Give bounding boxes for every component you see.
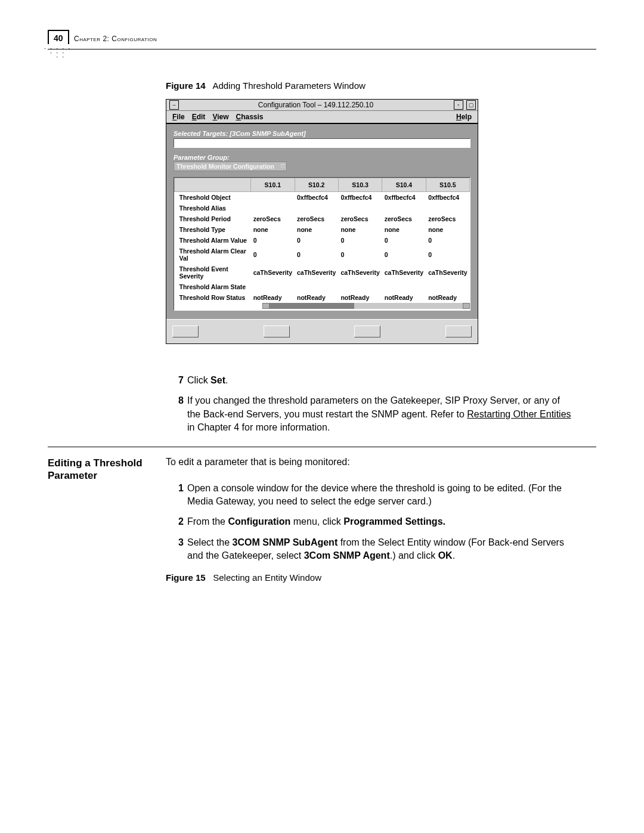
cell[interactable]: caThSeverity xyxy=(251,264,295,281)
step-8: 8 If you changed the threshold parameter… xyxy=(166,394,572,434)
cell[interactable] xyxy=(382,203,426,213)
step-2: 2 From the Configuration menu, click Pro… xyxy=(166,515,572,528)
window-menu-icon[interactable]: – xyxy=(169,100,179,110)
figure-14-text: Adding Threshold Parameters Window xyxy=(212,80,366,91)
figure-15-label: Figure 15 xyxy=(166,572,206,583)
col-header: S10.3 xyxy=(338,178,382,192)
cell[interactable] xyxy=(251,192,295,203)
row-label: Threshold Alarm State xyxy=(175,281,251,292)
cell[interactable]: 0xffbecfc4 xyxy=(382,192,426,203)
cell[interactable]: 0xffbecfc4 xyxy=(426,192,469,203)
config-tool-window: – Configuration Tool – 149.112.250.10 ▫ … xyxy=(166,99,478,344)
step-number: 8 xyxy=(166,394,187,434)
cell[interactable] xyxy=(338,203,382,213)
cell[interactable] xyxy=(295,203,338,213)
step-number: 2 xyxy=(166,515,187,528)
table-header-row: S10.1 S10.2 S10.3 S10.4 S10.5 xyxy=(175,178,470,192)
step-number: 7 xyxy=(166,374,187,387)
horizontal-scrollbar[interactable] xyxy=(262,303,470,309)
menu-chassis[interactable]: Chassis xyxy=(236,113,264,121)
menu-file[interactable]: File xyxy=(172,113,185,121)
cell[interactable]: notReady xyxy=(295,292,338,303)
scroll-thumb[interactable] xyxy=(270,303,354,309)
cell[interactable]: 0 xyxy=(295,235,338,246)
editing-threshold-section: Editing a Threshold Parameter To edit a … xyxy=(48,447,596,583)
step-number: 3 xyxy=(166,536,187,563)
cell[interactable]: none xyxy=(382,224,426,235)
figure-15-text: Selecting an Entity Window xyxy=(213,572,321,583)
window-maximize-icon[interactable]: ▢ xyxy=(466,100,476,110)
cell[interactable]: caThSeverity xyxy=(295,264,338,281)
selected-targets-field[interactable] xyxy=(174,138,470,148)
cell[interactable]: 0 xyxy=(295,246,338,264)
cell[interactable] xyxy=(251,203,295,213)
cell[interactable]: caThSeverity xyxy=(426,264,469,281)
step-1: 1 Open a console window for the device w… xyxy=(166,482,572,509)
table-row: Threshold Alarm State xyxy=(175,281,470,292)
bottom-button-2[interactable] xyxy=(264,326,290,337)
header-rule xyxy=(48,49,596,49)
menu-edit[interactable]: Edit xyxy=(192,113,206,121)
row-label: Threshold Period xyxy=(175,213,251,224)
cell[interactable] xyxy=(295,281,338,292)
cell[interactable]: 0 xyxy=(382,235,426,246)
figure-14-caption: Figure 14 Adding Threshold Parameters Wi… xyxy=(166,80,572,91)
cell[interactable]: none xyxy=(338,224,382,235)
table-row: Threshold Event SeveritycaThSeveritycaTh… xyxy=(175,264,470,281)
cell[interactable]: notReady xyxy=(251,292,295,303)
table-row: Threshold PeriodzeroSecszeroSecszeroSecs… xyxy=(175,213,470,224)
cell[interactable]: caThSeverity xyxy=(382,264,426,281)
cell[interactable] xyxy=(426,281,469,292)
cell[interactable]: 0 xyxy=(382,246,426,264)
cell[interactable] xyxy=(338,281,382,292)
cell[interactable]: zeroSecs xyxy=(295,213,338,224)
cell[interactable]: none xyxy=(295,224,338,235)
cell[interactable]: 0xffbecfc4 xyxy=(338,192,382,203)
cross-ref-link[interactable]: Restarting Other Entities xyxy=(467,409,571,419)
scroll-right-icon[interactable] xyxy=(463,303,470,309)
menu-help[interactable]: Help xyxy=(456,113,472,121)
col-header: S10.5 xyxy=(426,178,469,192)
cell[interactable]: notReady xyxy=(338,292,382,303)
cell[interactable]: zeroSecs xyxy=(382,213,426,224)
cell[interactable]: zeroSecs xyxy=(338,213,382,224)
col-header: S10.2 xyxy=(295,178,338,192)
cell[interactable]: 0xffbecfc4 xyxy=(295,192,338,203)
cell[interactable]: zeroSecs xyxy=(251,213,295,224)
section-heading: Editing a Threshold Parameter xyxy=(48,457,149,583)
row-label: Threshold Type xyxy=(175,224,251,235)
cell[interactable]: 0 xyxy=(338,235,382,246)
cell[interactable]: notReady xyxy=(426,292,469,303)
col-header: S10.4 xyxy=(382,178,426,192)
page-header: 40 Chapter 2: Configuration · · · · · · … xyxy=(48,30,596,47)
cell[interactable]: zeroSecs xyxy=(426,213,469,224)
table-row: Threshold Alias xyxy=(175,203,470,213)
cell[interactable]: 0 xyxy=(251,246,295,264)
bottom-button-3[interactable] xyxy=(354,326,380,337)
row-label: Threshold Object xyxy=(175,192,251,203)
cell[interactable]: caThSeverity xyxy=(338,264,382,281)
menu-view[interactable]: View xyxy=(212,113,228,121)
cell[interactable] xyxy=(382,281,426,292)
col-header: S10.1 xyxy=(251,178,295,192)
row-label: Threshold Event Severity xyxy=(175,264,251,281)
parameter-group-dropdown[interactable]: Threshold Monitor Configuration xyxy=(174,162,287,171)
bottom-button-4[interactable] xyxy=(445,326,472,337)
row-label: Threshold Alarm Clear Val xyxy=(175,246,251,264)
cell[interactable]: 0 xyxy=(426,246,469,264)
cell[interactable]: none xyxy=(426,224,469,235)
cell[interactable]: notReady xyxy=(382,292,426,303)
cell[interactable] xyxy=(251,281,295,292)
window-minimize-icon[interactable]: ▫ xyxy=(454,100,463,110)
parameter-group-label: Parameter Group: xyxy=(174,154,470,161)
section-lead: To edit a parameter that is being monito… xyxy=(166,457,572,467)
cell[interactable] xyxy=(426,203,469,213)
cell[interactable]: none xyxy=(251,224,295,235)
bottom-button-1[interactable] xyxy=(172,326,199,337)
scroll-left-icon[interactable] xyxy=(262,303,270,309)
window-button-row xyxy=(166,319,478,343)
threshold-table: S10.1 S10.2 S10.3 S10.4 S10.5 Threshold … xyxy=(174,177,470,311)
cell[interactable]: 0 xyxy=(426,235,469,246)
cell[interactable]: 0 xyxy=(338,246,382,264)
cell[interactable]: 0 xyxy=(251,235,295,246)
